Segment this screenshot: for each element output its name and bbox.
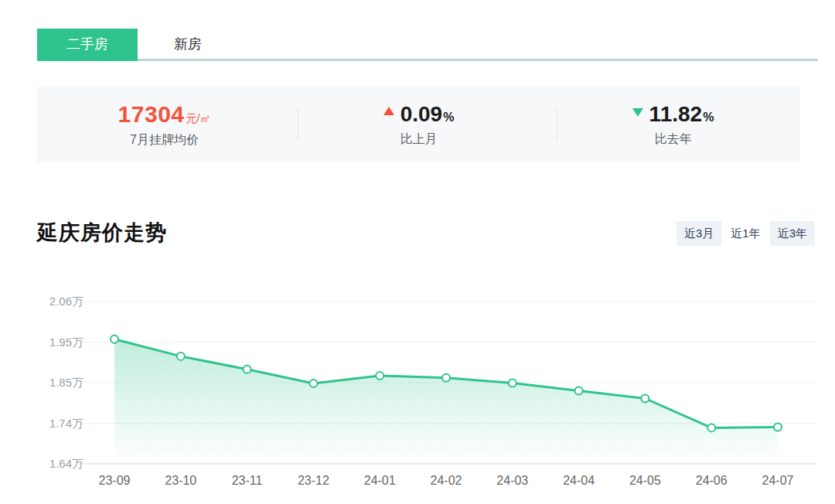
x-axis-tick-label: 24-04 — [563, 474, 595, 487]
up-triangle-icon — [383, 107, 394, 115]
average-price-label: 7月挂牌均价 — [130, 132, 199, 148]
price-trend-svg: 2.06万1.95万1.85万1.74万1.64万23-0923-1023-11… — [0, 290, 835, 499]
tab-newhouse[interactable]: 新房 — [138, 29, 238, 61]
data-point-23-12[interactable] — [309, 380, 317, 387]
data-point-23-09[interactable] — [111, 335, 118, 343]
trend-area-fill — [114, 339, 778, 464]
mom-unit: % — [443, 111, 454, 124]
x-axis-tick-label: 23-11 — [232, 474, 263, 487]
time-range-switcher: 近3月 近1年 近3年 — [677, 221, 815, 246]
average-price-unit: 元/㎡ — [186, 112, 211, 126]
data-point-23-11[interactable] — [244, 366, 251, 373]
x-axis-tick-label: 24-07 — [762, 474, 794, 487]
x-axis-tick-label: 23-09 — [99, 474, 131, 487]
housing-price-page: 二手房 新房 17304 元/㎡ 7月挂牌均价 0.09 % 比上月 11.82 — [0, 0, 835, 504]
data-point-24-06[interactable] — [707, 424, 715, 431]
x-axis-tick-label: 24-01 — [364, 474, 396, 487]
stat-month-over-month: 0.09 % 比上月 — [291, 87, 546, 162]
data-point-24-05[interactable] — [641, 395, 649, 403]
y-axis-tick-label: 1.74万 — [49, 417, 84, 430]
mom-value: 0.09 — [400, 102, 443, 127]
y-axis-tick-label: 2.06万 — [49, 295, 84, 308]
x-axis-tick-label: 24-06 — [696, 474, 728, 487]
y-axis-tick-label: 1.95万 — [49, 335, 84, 349]
data-point-24-01[interactable] — [376, 372, 383, 380]
y-axis-tick-label: 1.85万 — [49, 376, 84, 389]
data-point-24-07[interactable] — [774, 424, 782, 431]
listing-type-tabs: 二手房 新房 — [37, 29, 818, 60]
yoy-unit: % — [703, 111, 714, 124]
x-axis-tick-label: 24-02 — [431, 474, 462, 487]
stat-average-price: 17304 元/㎡ 7月挂牌均价 — [37, 87, 291, 162]
y-axis-tick-label: 1.64万 — [49, 457, 84, 470]
data-point-24-03[interactable] — [509, 379, 516, 387]
yoy-label: 比去年 — [655, 131, 692, 148]
x-axis-tick-label: 23-12 — [298, 474, 329, 487]
x-axis-tick-label: 24-05 — [629, 474, 661, 487]
price-trend-chart: 2.06万1.95万1.85万1.74万1.64万23-0923-1023-11… — [0, 290, 835, 499]
data-point-23-10[interactable] — [177, 352, 185, 360]
mom-label: 比上月 — [400, 131, 438, 148]
stats-panel: 17304 元/㎡ 7月挂牌均价 0.09 % 比上月 11.82 % 比去年 — [37, 87, 800, 162]
trend-section-title: 延庆房价走势 — [37, 219, 167, 247]
down-triangle-icon — [632, 108, 643, 117]
x-axis-tick-label: 24-03 — [496, 474, 528, 487]
x-axis-tick-label: 23-10 — [165, 474, 196, 487]
range-button-1year[interactable]: 近1年 — [723, 221, 768, 246]
data-point-24-04[interactable] — [575, 387, 583, 395]
yoy-value: 11.82 — [649, 102, 703, 127]
range-button-3months[interactable]: 近3月 — [677, 221, 721, 246]
average-price-value: 17304 — [118, 101, 185, 128]
data-point-24-02[interactable] — [442, 374, 450, 382]
tab-secondhand[interactable]: 二手房 — [37, 29, 138, 61]
stat-year-over-year: 11.82 % 比去年 — [546, 87, 800, 162]
range-button-3years[interactable]: 近3年 — [770, 221, 815, 246]
